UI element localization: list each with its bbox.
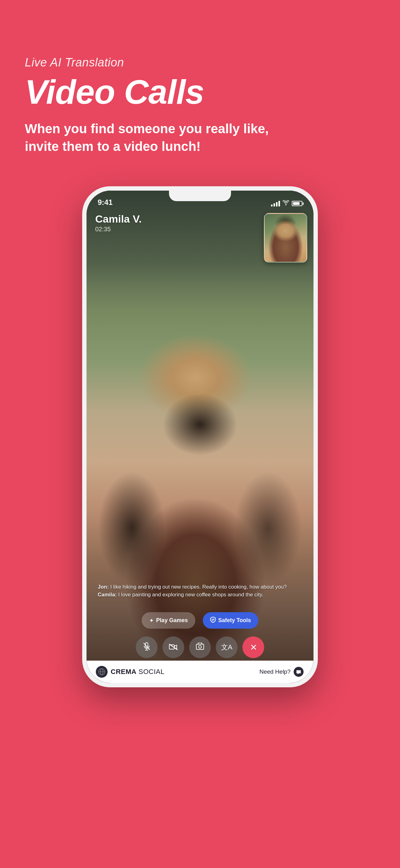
brand-icon	[96, 666, 108, 678]
svg-point-6	[199, 645, 202, 648]
safety-button-label: Safety Tools	[218, 617, 251, 624]
games-icon: ✦	[149, 617, 154, 624]
video-icon	[169, 643, 178, 652]
games-button-label: Play Games	[156, 617, 188, 624]
subtitle-speaker-1: Jon:	[98, 584, 109, 590]
status-icons	[271, 200, 302, 207]
wifi-icon	[282, 200, 289, 207]
subtitles-box: Jon: I like hiking and trying out new re…	[93, 580, 307, 602]
play-games-button[interactable]: ✦ Play Games	[142, 612, 195, 629]
action-buttons-row: ✦ Play Games Safety Tools	[87, 612, 313, 629]
phone-wrapper: 9:41	[0, 174, 400, 868]
svg-rect-5	[196, 644, 204, 649]
mute-button[interactable]	[136, 637, 158, 658]
phone-notch	[169, 191, 231, 201]
subtitle-line-2: Camila: I love painting and exploring ne…	[98, 591, 302, 599]
self-view-thumbnail	[264, 213, 307, 262]
brand-suffix: SOCIAL	[136, 668, 164, 676]
chat-bubble-icon	[293, 666, 304, 677]
brand-logo: CREMA SOCIAL	[96, 666, 164, 678]
controls-row: 文A ✕	[87, 637, 313, 658]
translate-icon: 文A	[221, 643, 233, 652]
subtitle-text-1: I like hiking and trying out new recipes…	[110, 584, 287, 590]
subtitle-line-1: Jon: I like hiking and trying out new re…	[98, 583, 302, 591]
end-call-icon: ✕	[250, 642, 257, 653]
description-text: When you find someone you really like, i…	[25, 120, 292, 155]
safety-tools-button[interactable]: Safety Tools	[203, 612, 259, 629]
phone-screen: 9:41	[87, 191, 313, 683]
subtitle-text-2: I love painting and exploring new coffee…	[118, 592, 263, 598]
safety-icon	[210, 617, 216, 624]
self-view-person	[265, 214, 306, 262]
bottom-bar: CREMA SOCIAL Need Help?	[87, 661, 313, 683]
end-call-button[interactable]: ✕	[242, 637, 264, 658]
call-duration: 02:35	[95, 226, 142, 233]
header-section: Live AI Translation Video Calls When you…	[0, 0, 400, 174]
caller-info: Camila V. 02:35	[95, 213, 142, 233]
video-button[interactable]	[163, 637, 184, 658]
subtitle-speaker-2: Camila:	[98, 592, 116, 598]
main-title: Video Calls	[25, 75, 204, 109]
signal-icon	[271, 201, 280, 207]
battery-icon	[292, 201, 302, 206]
brand-strong: CREMA	[111, 668, 136, 676]
phone-outer: 9:41	[82, 186, 318, 687]
flip-camera-icon	[196, 643, 204, 652]
subtitle-label: Live AI Translation	[25, 56, 124, 69]
help-section[interactable]: Need Help?	[260, 666, 304, 677]
caller-name: Camila V.	[95, 213, 142, 225]
translate-button[interactable]: 文A	[216, 637, 237, 658]
flip-camera-button[interactable]	[189, 637, 211, 658]
brand-name: CREMA SOCIAL	[111, 668, 164, 676]
help-text: Need Help?	[260, 669, 291, 675]
mute-icon	[143, 642, 151, 653]
status-time: 9:41	[98, 198, 112, 207]
